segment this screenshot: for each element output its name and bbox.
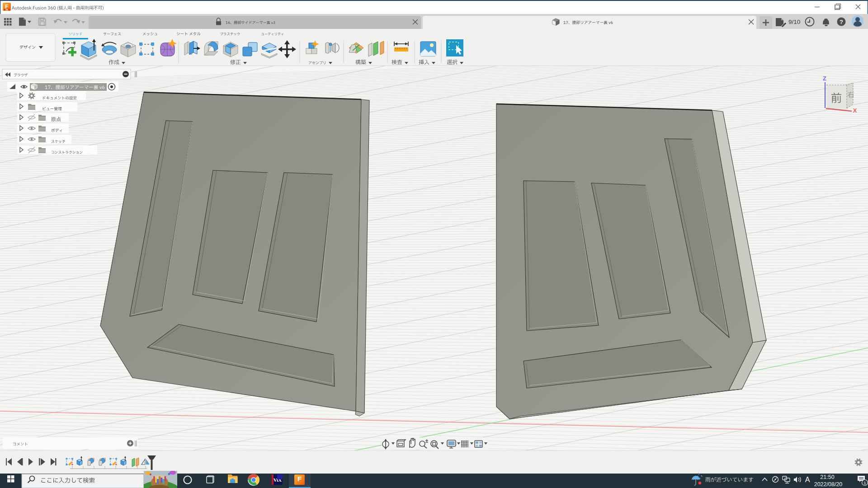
- svg-text:X: X: [853, 107, 857, 114]
- svg-text:?: ?: [840, 19, 843, 25]
- svg-text:21:50: 21:50: [820, 474, 834, 480]
- svg-text:A: A: [805, 476, 810, 483]
- svg-text:F: F: [297, 475, 302, 483]
- svg-text:Z: Z: [823, 75, 826, 82]
- svg-text:360: 360: [5, 9, 9, 11]
- svg-text:2022/08/20: 2022/08/20: [814, 481, 843, 488]
- svg-text:9/10: 9/10: [788, 19, 800, 25]
- svg-text:1: 1: [863, 481, 866, 485]
